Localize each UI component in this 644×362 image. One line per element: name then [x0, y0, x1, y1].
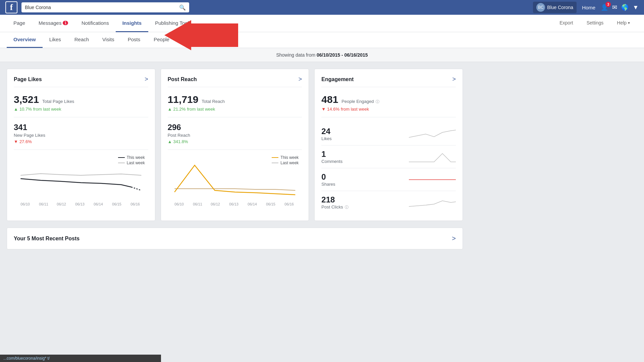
svg-text:06/11: 06/11: [193, 202, 202, 206]
settings-icon[interactable]: ▼: [633, 4, 639, 11]
svg-text:06/14: 06/14: [248, 202, 257, 206]
cards-row: Page Likes > 3,521 Total Page Likes ▲ 10…: [7, 69, 463, 221]
engagement-likes-row: 24 Likes: [321, 123, 456, 145]
new-likes-label: New Page Likes: [14, 133, 148, 138]
total-likes-number: 3,521: [14, 94, 39, 105]
legend-last-week: Last week: [272, 161, 299, 165]
card-arrow-icon[interactable]: >: [299, 76, 302, 83]
card-header: Engagement >: [321, 76, 456, 87]
card-arrow-icon[interactable]: >: [452, 76, 456, 83]
people-engaged-change: ▼ 14.6% from last week: [321, 107, 456, 112]
nav-page[interactable]: Page: [7, 15, 32, 32]
tab-people[interactable]: People: [147, 32, 176, 48]
postclicks-info-icon[interactable]: ⓘ: [345, 205, 348, 209]
home-link[interactable]: Home: [582, 5, 595, 10]
friend-requests-icon[interactable]: 👤 3: [601, 4, 608, 11]
svg-text:06/15: 06/15: [266, 202, 275, 206]
comments-number: 1: [321, 149, 342, 159]
card-title: Post Reach: [168, 76, 197, 82]
comments-mini-chart: [409, 150, 456, 164]
nav-notifications[interactable]: Notifications: [75, 15, 116, 32]
engagement-shares-left: 0 Shares: [321, 172, 335, 187]
messages-badge: 1: [63, 21, 68, 25]
tab-posts[interactable]: Posts: [121, 32, 147, 48]
nav-export[interactable]: Export: [553, 15, 580, 32]
engagement-comments-row: 1 Comments: [321, 145, 456, 168]
total-likes-section: 3,521 Total Page Likes ▲ 10.7% from last…: [14, 94, 148, 117]
likes-number: 24: [321, 127, 331, 136]
search-box[interactable]: 🔍: [21, 2, 189, 12]
up-arrow-icon: ▲: [168, 139, 172, 144]
card-arrow-icon[interactable]: >: [145, 76, 148, 83]
shares-label: Shares: [321, 182, 335, 187]
down-arrow-icon: ▼: [14, 139, 18, 144]
nav-messages[interactable]: Messages 1: [32, 15, 75, 32]
post-change-pct: 341.8%: [173, 139, 188, 144]
svg-text:06/13: 06/13: [229, 202, 238, 206]
tab-reach[interactable]: Reach: [68, 32, 96, 48]
likes-chart-legend: This week Last week: [118, 155, 145, 165]
total-reach-label: Total Reach: [202, 99, 225, 104]
notifications-icon[interactable]: 🌎: [621, 4, 629, 11]
engagement-card: Engagement > 481 People Engaged ⓘ ▼ 14.6…: [314, 69, 463, 221]
tab-likes[interactable]: Likes: [43, 32, 68, 48]
shares-mini-chart: [409, 173, 456, 186]
svg-line-2: [131, 187, 141, 190]
legend-line-gray: [118, 163, 125, 163]
post-reach-change: ▲ 341.8%: [168, 139, 302, 144]
card-header: Post Reach >: [168, 76, 302, 87]
svg-text:06/12: 06/12: [57, 202, 66, 206]
svg-text:06/14: 06/14: [94, 202, 103, 206]
sub-navigation: Overview Likes Reach Visits Posts People: [0, 32, 644, 48]
reach-chart-area: This week Last week 06/10: [168, 155, 302, 210]
nav-icons: 👤 3 ✉ 🌎 ▼: [601, 4, 639, 11]
tab-overview[interactable]: Overview: [7, 32, 43, 48]
total-reach-pct: 21.2%: [173, 107, 186, 112]
tab-visits[interactable]: Visits: [96, 32, 121, 48]
nav-publishing-tools[interactable]: Publishing Tools: [148, 15, 198, 32]
account-name: Blue Corona: [547, 5, 573, 10]
messages-icon[interactable]: ✉: [612, 4, 617, 11]
engagement-shares-row: 0 Shares: [321, 168, 456, 191]
page-nav-right: Export Settings Help ▼: [553, 15, 637, 32]
total-reach-change: ▲ 21.2% from last week: [168, 107, 302, 112]
post-reach-card: Post Reach > 11,719 Total Reach ▲ 21.2% …: [161, 69, 309, 221]
info-icon[interactable]: ⓘ: [376, 100, 379, 104]
total-change-text: from last week: [33, 107, 61, 112]
recent-posts-arrow-icon[interactable]: >: [452, 235, 456, 242]
total-reach-section: 11,719 Total Reach ▲ 21.2% from last wee…: [168, 94, 302, 117]
svg-text:06/15: 06/15: [112, 202, 121, 206]
svg-text:06/16: 06/16: [284, 202, 294, 206]
up-arrow-icon: ▲: [14, 107, 18, 112]
total-likes-change: ▲ 10.7% from last week: [14, 107, 148, 112]
page-likes-card: Page Likes > 3,521 Total Page Likes ▲ 10…: [7, 69, 155, 221]
nav-insights[interactable]: Insights: [116, 15, 149, 32]
new-likes-change: ▼ 27.6%: [14, 139, 148, 144]
engagement-comments-left: 1 Comments: [321, 149, 342, 164]
recent-posts-card: Your 5 Most Recent Posts >: [7, 228, 463, 249]
card-title: Page Likes: [14, 76, 42, 82]
postclicks-label: Post Clicks ⓘ: [321, 204, 348, 210]
engagement-postclicks-left: 218 Post Clicks ⓘ: [321, 195, 348, 210]
page-navigation: Page Messages 1 Notifications Insights P…: [0, 15, 644, 32]
new-change-pct: 27.6%: [19, 139, 32, 144]
recent-posts-title: Your 5 Most Recent Posts: [14, 236, 79, 242]
account-menu[interactable]: BC Blue Corona: [533, 2, 577, 13]
nav-help[interactable]: Help ▼: [610, 15, 637, 32]
date-bar: Showing data from 06/10/2015 - 06/16/201…: [0, 48, 644, 62]
likes-label: Likes: [321, 136, 331, 141]
card-title: Engagement: [321, 76, 354, 82]
svg-text:06/16: 06/16: [130, 202, 140, 206]
total-reach-number: 11,719: [168, 94, 199, 105]
reach-chart-legend: This week Last week: [272, 155, 299, 165]
search-input[interactable]: [25, 5, 176, 10]
nav-settings[interactable]: Settings: [580, 15, 610, 32]
likes-mini-chart: [409, 127, 456, 141]
people-engaged-number: 481: [321, 94, 338, 105]
svg-text:06/10: 06/10: [174, 202, 184, 206]
post-reach-label: Post Reach: [168, 133, 302, 138]
up-arrow-icon: ▲: [168, 107, 172, 112]
shares-number: 0: [321, 172, 335, 182]
postclicks-mini-chart: [409, 196, 456, 209]
svg-text:06/13: 06/13: [75, 202, 85, 206]
